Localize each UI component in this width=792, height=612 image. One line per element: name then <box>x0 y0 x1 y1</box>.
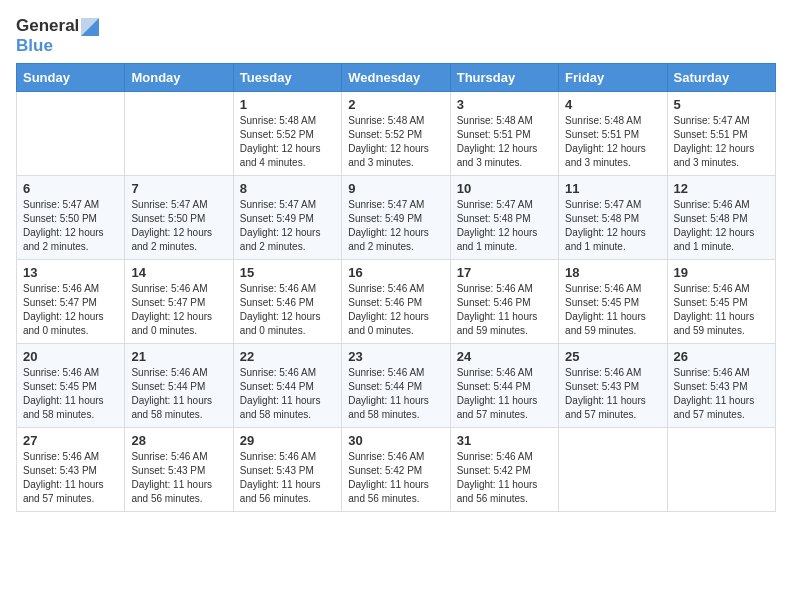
day-number: 8 <box>240 181 335 196</box>
day-info: Sunrise: 5:46 AM Sunset: 5:43 PM Dayligh… <box>565 366 660 422</box>
day-number: 17 <box>457 265 552 280</box>
day-info: Sunrise: 5:46 AM Sunset: 5:48 PM Dayligh… <box>674 198 769 254</box>
logo-general: General <box>16 16 99 36</box>
calendar-cell: 14Sunrise: 5:46 AM Sunset: 5:47 PM Dayli… <box>125 260 233 344</box>
calendar-cell: 2Sunrise: 5:48 AM Sunset: 5:52 PM Daylig… <box>342 92 450 176</box>
day-number: 23 <box>348 349 443 364</box>
day-number: 10 <box>457 181 552 196</box>
day-info: Sunrise: 5:46 AM Sunset: 5:44 PM Dayligh… <box>131 366 226 422</box>
day-number: 5 <box>674 97 769 112</box>
day-info: Sunrise: 5:48 AM Sunset: 5:51 PM Dayligh… <box>565 114 660 170</box>
weekday-header-wednesday: Wednesday <box>342 64 450 92</box>
day-number: 21 <box>131 349 226 364</box>
day-number: 28 <box>131 433 226 448</box>
calendar-cell: 20Sunrise: 5:46 AM Sunset: 5:45 PM Dayli… <box>17 344 125 428</box>
day-number: 7 <box>131 181 226 196</box>
calendar-cell: 19Sunrise: 5:46 AM Sunset: 5:45 PM Dayli… <box>667 260 775 344</box>
day-info: Sunrise: 5:47 AM Sunset: 5:48 PM Dayligh… <box>565 198 660 254</box>
calendar-cell: 30Sunrise: 5:46 AM Sunset: 5:42 PM Dayli… <box>342 428 450 512</box>
calendar-cell: 4Sunrise: 5:48 AM Sunset: 5:51 PM Daylig… <box>559 92 667 176</box>
weekday-header-row: SundayMondayTuesdayWednesdayThursdayFrid… <box>17 64 776 92</box>
weekday-header-sunday: Sunday <box>17 64 125 92</box>
day-info: Sunrise: 5:46 AM Sunset: 5:46 PM Dayligh… <box>457 282 552 338</box>
day-info: Sunrise: 5:46 AM Sunset: 5:43 PM Dayligh… <box>674 366 769 422</box>
calendar-cell: 8Sunrise: 5:47 AM Sunset: 5:49 PM Daylig… <box>233 176 341 260</box>
calendar-cell: 28Sunrise: 5:46 AM Sunset: 5:43 PM Dayli… <box>125 428 233 512</box>
day-info: Sunrise: 5:47 AM Sunset: 5:49 PM Dayligh… <box>240 198 335 254</box>
day-number: 20 <box>23 349 118 364</box>
day-info: Sunrise: 5:46 AM Sunset: 5:44 PM Dayligh… <box>348 366 443 422</box>
calendar-cell <box>667 428 775 512</box>
day-number: 13 <box>23 265 118 280</box>
calendar-cell: 16Sunrise: 5:46 AM Sunset: 5:46 PM Dayli… <box>342 260 450 344</box>
day-number: 31 <box>457 433 552 448</box>
calendar-table: SundayMondayTuesdayWednesdayThursdayFrid… <box>16 63 776 512</box>
day-number: 30 <box>348 433 443 448</box>
weekday-header-friday: Friday <box>559 64 667 92</box>
day-number: 22 <box>240 349 335 364</box>
day-info: Sunrise: 5:46 AM Sunset: 5:43 PM Dayligh… <box>23 450 118 506</box>
calendar-cell: 21Sunrise: 5:46 AM Sunset: 5:44 PM Dayli… <box>125 344 233 428</box>
calendar-cell: 31Sunrise: 5:46 AM Sunset: 5:42 PM Dayli… <box>450 428 558 512</box>
day-number: 14 <box>131 265 226 280</box>
calendar-cell: 13Sunrise: 5:46 AM Sunset: 5:47 PM Dayli… <box>17 260 125 344</box>
calendar-cell: 15Sunrise: 5:46 AM Sunset: 5:46 PM Dayli… <box>233 260 341 344</box>
day-info: Sunrise: 5:46 AM Sunset: 5:45 PM Dayligh… <box>23 366 118 422</box>
calendar-week-3: 13Sunrise: 5:46 AM Sunset: 5:47 PM Dayli… <box>17 260 776 344</box>
day-info: Sunrise: 5:48 AM Sunset: 5:52 PM Dayligh… <box>240 114 335 170</box>
day-info: Sunrise: 5:46 AM Sunset: 5:42 PM Dayligh… <box>348 450 443 506</box>
day-info: Sunrise: 5:46 AM Sunset: 5:45 PM Dayligh… <box>565 282 660 338</box>
day-info: Sunrise: 5:46 AM Sunset: 5:46 PM Dayligh… <box>348 282 443 338</box>
day-info: Sunrise: 5:48 AM Sunset: 5:51 PM Dayligh… <box>457 114 552 170</box>
calendar-week-2: 6Sunrise: 5:47 AM Sunset: 5:50 PM Daylig… <box>17 176 776 260</box>
calendar-week-1: 1Sunrise: 5:48 AM Sunset: 5:52 PM Daylig… <box>17 92 776 176</box>
calendar-cell: 17Sunrise: 5:46 AM Sunset: 5:46 PM Dayli… <box>450 260 558 344</box>
day-number: 4 <box>565 97 660 112</box>
calendar-cell <box>17 92 125 176</box>
calendar-cell <box>125 92 233 176</box>
calendar-cell: 5Sunrise: 5:47 AM Sunset: 5:51 PM Daylig… <box>667 92 775 176</box>
day-number: 1 <box>240 97 335 112</box>
day-number: 27 <box>23 433 118 448</box>
weekday-header-thursday: Thursday <box>450 64 558 92</box>
calendar-week-5: 27Sunrise: 5:46 AM Sunset: 5:43 PM Dayli… <box>17 428 776 512</box>
calendar-cell: 12Sunrise: 5:46 AM Sunset: 5:48 PM Dayli… <box>667 176 775 260</box>
calendar-cell <box>559 428 667 512</box>
day-number: 2 <box>348 97 443 112</box>
calendar-cell: 10Sunrise: 5:47 AM Sunset: 5:48 PM Dayli… <box>450 176 558 260</box>
weekday-header-monday: Monday <box>125 64 233 92</box>
day-info: Sunrise: 5:47 AM Sunset: 5:50 PM Dayligh… <box>23 198 118 254</box>
calendar-cell: 27Sunrise: 5:46 AM Sunset: 5:43 PM Dayli… <box>17 428 125 512</box>
day-number: 29 <box>240 433 335 448</box>
day-info: Sunrise: 5:46 AM Sunset: 5:47 PM Dayligh… <box>23 282 118 338</box>
day-info: Sunrise: 5:46 AM Sunset: 5:46 PM Dayligh… <box>240 282 335 338</box>
day-info: Sunrise: 5:46 AM Sunset: 5:47 PM Dayligh… <box>131 282 226 338</box>
calendar-cell: 9Sunrise: 5:47 AM Sunset: 5:49 PM Daylig… <box>342 176 450 260</box>
day-number: 18 <box>565 265 660 280</box>
day-info: Sunrise: 5:46 AM Sunset: 5:45 PM Dayligh… <box>674 282 769 338</box>
calendar-cell: 7Sunrise: 5:47 AM Sunset: 5:50 PM Daylig… <box>125 176 233 260</box>
day-info: Sunrise: 5:47 AM Sunset: 5:50 PM Dayligh… <box>131 198 226 254</box>
day-number: 26 <box>674 349 769 364</box>
day-number: 12 <box>674 181 769 196</box>
page-header: General Blue <box>16 16 776 55</box>
day-info: Sunrise: 5:47 AM Sunset: 5:51 PM Dayligh… <box>674 114 769 170</box>
calendar-cell: 6Sunrise: 5:47 AM Sunset: 5:50 PM Daylig… <box>17 176 125 260</box>
day-info: Sunrise: 5:46 AM Sunset: 5:44 PM Dayligh… <box>240 366 335 422</box>
day-number: 6 <box>23 181 118 196</box>
calendar-cell: 29Sunrise: 5:46 AM Sunset: 5:43 PM Dayli… <box>233 428 341 512</box>
day-info: Sunrise: 5:48 AM Sunset: 5:52 PM Dayligh… <box>348 114 443 170</box>
calendar-cell: 23Sunrise: 5:46 AM Sunset: 5:44 PM Dayli… <box>342 344 450 428</box>
calendar-cell: 18Sunrise: 5:46 AM Sunset: 5:45 PM Dayli… <box>559 260 667 344</box>
logo-blue: Blue <box>16 36 99 56</box>
day-info: Sunrise: 5:46 AM Sunset: 5:44 PM Dayligh… <box>457 366 552 422</box>
day-info: Sunrise: 5:46 AM Sunset: 5:43 PM Dayligh… <box>240 450 335 506</box>
calendar-cell: 1Sunrise: 5:48 AM Sunset: 5:52 PM Daylig… <box>233 92 341 176</box>
logo: General Blue <box>16 16 99 55</box>
weekday-header-saturday: Saturday <box>667 64 775 92</box>
day-info: Sunrise: 5:47 AM Sunset: 5:49 PM Dayligh… <box>348 198 443 254</box>
day-number: 24 <box>457 349 552 364</box>
day-number: 19 <box>674 265 769 280</box>
calendar-cell: 3Sunrise: 5:48 AM Sunset: 5:51 PM Daylig… <box>450 92 558 176</box>
calendar-cell: 22Sunrise: 5:46 AM Sunset: 5:44 PM Dayli… <box>233 344 341 428</box>
